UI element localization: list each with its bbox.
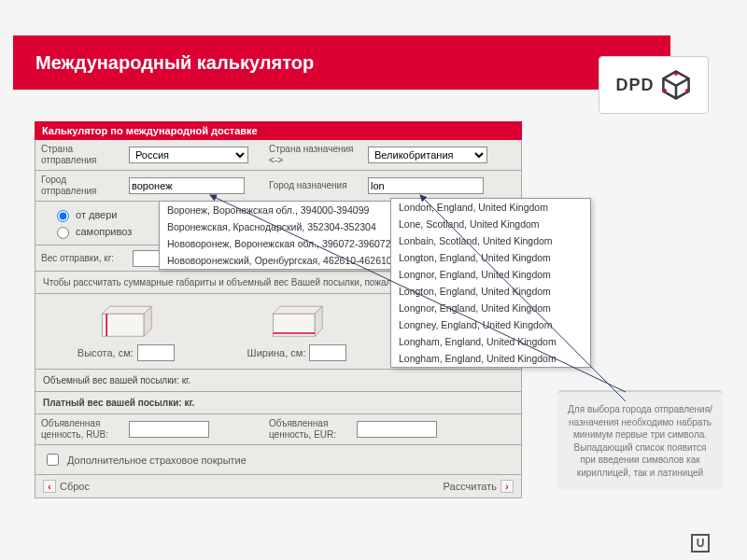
- insurance-label: Дополнительное страховое покрытие: [67, 455, 247, 466]
- page-title: Международный калькулятор: [35, 52, 314, 74]
- origin-country-label: Страна отправления: [35, 140, 125, 170]
- origin-city-label: Город отправления: [35, 171, 125, 201]
- suggestion-item[interactable]: Longnor, England, United Kingdom: [391, 266, 590, 283]
- dest-city-suggestions[interactable]: London, England, United KingdomLone, Sco…: [390, 198, 591, 368]
- origin-country-select[interactable]: Россия: [129, 147, 248, 163]
- dest-city-label: Город назначения: [263, 176, 364, 195]
- chevron-left-icon: ‹: [43, 480, 56, 493]
- suggestion-item[interactable]: Нововоронежский, Оренбургская, 462610-46…: [160, 252, 396, 269]
- insurance-checkbox[interactable]: [47, 454, 59, 466]
- suggestion-item[interactable]: Воронеж, Воронежская обл., 394000-394099: [160, 202, 396, 218]
- svg-marker-10: [273, 306, 322, 314]
- suggestion-item[interactable]: Lone, Scotland, United Kingdom: [391, 216, 590, 232]
- svg-point-3: [685, 89, 689, 92]
- suggestion-item[interactable]: Longton, England, United Kingdom: [391, 283, 590, 300]
- suggestion-item[interactable]: London, England, United Kingdom: [391, 199, 590, 216]
- chevron-right-icon: ›: [500, 480, 514, 493]
- box-width-icon: [267, 303, 327, 341]
- dest-city-input[interactable]: [368, 177, 484, 194]
- declared-eur-label: Объявленная ценность, EUR:: [263, 414, 353, 444]
- declared-rub-label: Объявленная ценность, RUB:: [35, 414, 125, 444]
- logo-text: DPD: [615, 76, 654, 95]
- volume-weight-row: Объемный вес вашей посылки: кг.: [35, 370, 521, 392]
- origin-city-suggestions[interactable]: Воронеж, Воронежская обл., 394000-394099…: [159, 201, 397, 270]
- weight-label: Вес отправки, кг:: [35, 249, 129, 268]
- declared-rub-input[interactable]: [129, 421, 209, 438]
- reset-button[interactable]: ‹ Сброс: [43, 480, 90, 493]
- suggestion-item[interactable]: Longham, England, United Kingdom: [391, 350, 590, 367]
- origin-city-input[interactable]: [129, 177, 245, 194]
- height-input[interactable]: [137, 344, 175, 361]
- radio-self-pickup[interactable]: самопривоз: [52, 224, 138, 239]
- suggestion-item[interactable]: Воронежская, Краснодарский, 352304-35230…: [160, 218, 396, 235]
- radio-from-door[interactable]: от двери: [52, 207, 138, 222]
- suggestion-item[interactable]: Lonbain, Scotland, United Kingdom: [391, 232, 590, 249]
- calculate-button[interactable]: Рассчитать ›: [444, 480, 514, 493]
- suggestion-item[interactable]: Longton, England, United Kingdom: [391, 249, 590, 266]
- width-input[interactable]: [309, 344, 346, 361]
- dpd-logo: DPD: [599, 56, 709, 114]
- parcel-cube-icon: [660, 69, 692, 101]
- box-height-icon: [96, 303, 156, 341]
- calculator-title: Калькулятор по международной доставке: [35, 121, 522, 140]
- suggestion-item[interactable]: Нововоронеж, Воронежская обл., 396072-39…: [160, 235, 396, 252]
- height-label: Высота, см:: [78, 347, 134, 358]
- svg-marker-6: [102, 306, 151, 314]
- svg-point-2: [674, 72, 678, 76]
- width-label: Ширина, см:: [247, 347, 306, 358]
- dest-country-select[interactable]: Великобритания: [368, 147, 487, 163]
- svg-point-4: [663, 89, 667, 92]
- suggestion-item[interactable]: Longnor, England, United Kingdom: [391, 300, 590, 316]
- help-note: Для выбора города отправления/назначения…: [557, 390, 723, 490]
- swap-icon[interactable]: <->: [269, 155, 359, 166]
- title-banner: Международный калькулятор: [13, 35, 670, 90]
- dest-country-label: Страна назначения <->: [263, 140, 364, 170]
- suggestion-item[interactable]: Longham, England, United Kingdom: [391, 333, 590, 350]
- pay-weight-row: Платный вес вашей посылки: кг.: [35, 392, 521, 414]
- footer-badge-icon: U: [691, 534, 710, 553]
- suggestion-item[interactable]: Longney, England, United Kingdom: [391, 316, 590, 333]
- svg-rect-5: [102, 314, 144, 336]
- declared-eur-input[interactable]: [357, 421, 437, 438]
